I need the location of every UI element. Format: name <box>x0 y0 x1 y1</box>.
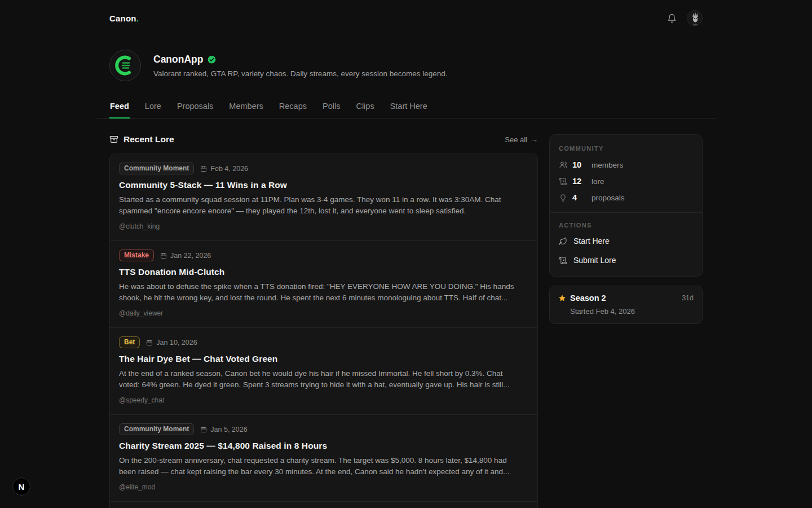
lore-card[interactable]: Community Moment Feb 4, 2026 Community 5… <box>110 154 537 240</box>
star-icon <box>558 294 566 302</box>
tab-members[interactable]: Members <box>228 96 263 118</box>
archive-icon <box>109 135 118 144</box>
lore-date: Jan 5, 2026 <box>210 426 247 433</box>
lore-date: Feb 4, 2026 <box>210 165 248 173</box>
tab-start-here[interactable]: Start Here <box>390 96 428 118</box>
section-title: Recent Lore <box>123 134 174 144</box>
members-label: members <box>592 161 623 169</box>
tab-polls[interactable]: Polls <box>322 96 341 118</box>
community-name: CanonApp <box>153 54 203 65</box>
lore-card[interactable]: Mistake Dec 21, 2025 <box>110 501 537 508</box>
tab-recaps[interactable]: Recaps <box>279 96 307 118</box>
tab-bar: Feed Lore Proposals Members Recaps Polls… <box>96 96 716 119</box>
lore-title: The Hair Dye Bet — Chat Voted Green <box>119 354 528 364</box>
stat-members: 10 members <box>559 160 693 169</box>
sidebar: COMMUNITY 10 members 12 lore <box>549 134 703 324</box>
lore-badge: Mistake <box>119 249 154 261</box>
stat-proposals: 4 proposals <box>559 193 693 202</box>
community-avatar <box>109 50 141 81</box>
see-all-label: See all <box>505 135 527 144</box>
panel-divider <box>550 212 702 213</box>
main-content: Recent Lore See all → Community Moment F… <box>96 134 716 508</box>
notifications-button[interactable] <box>667 14 677 23</box>
arrow-right-icon: → <box>531 135 538 144</box>
lore-card[interactable]: Mistake Jan 22, 2026 TTS Donation Mid-Cl… <box>110 240 537 327</box>
action-start-here[interactable]: Start Here <box>559 237 693 246</box>
lore-icon <box>559 177 568 186</box>
calendar-icon <box>146 339 153 346</box>
top-bar: Canon. <box>96 0 716 36</box>
season-subtitle: Started Feb 4, 2026 <box>570 307 694 316</box>
brand-text: Canon <box>109 14 136 23</box>
action-submit-lore-label: Submit Lore <box>573 256 616 265</box>
lore-author: @elite_mod <box>119 483 528 491</box>
proposals-icon <box>559 194 568 202</box>
lore-date: Jan 10, 2026 <box>156 339 197 347</box>
lore-badge: Community Moment <box>119 163 194 174</box>
lore-date: Jan 22, 2026 <box>170 252 211 260</box>
tab-feed[interactable]: Feed <box>109 96 130 118</box>
section-header: Recent Lore See all → <box>109 134 538 144</box>
bell-icon <box>667 14 677 23</box>
action-submit-lore[interactable]: Submit Lore <box>559 256 693 265</box>
tab-proposals[interactable]: Proposals <box>176 96 214 118</box>
calendar-icon <box>160 252 167 259</box>
lore-body: Started as a community squad session at … <box>119 194 525 216</box>
community-description: Valorant ranked, GTA RP, variety chaos. … <box>153 69 448 78</box>
brand-logo[interactable]: Canon. <box>109 14 139 23</box>
members-count: 10 <box>572 160 592 169</box>
lore-card[interactable]: Community Moment Jan 5, 2026 Charity Str… <box>110 414 537 501</box>
user-avatar[interactable] <box>687 10 703 26</box>
lore-card[interactable]: Bet Jan 10, 2026 The Hair Dye Bet — Chat… <box>110 327 537 414</box>
lore-author: @speedy_chat <box>119 396 528 404</box>
lore-body: On the 200-stream anniversary, chat requ… <box>119 455 525 477</box>
user-avatar-image <box>687 11 702 26</box>
page-container: Canon. <box>96 0 716 508</box>
lore-badge: Bet <box>119 336 140 348</box>
dev-tools-badge[interactable]: N <box>12 478 30 496</box>
calendar-icon <box>200 165 207 172</box>
lore-badge: Community Moment <box>119 423 194 435</box>
lore-title: Community 5-Stack — 11 Wins in a Row <box>119 180 528 190</box>
lore-body: He was about to defuse the spike when a … <box>119 281 525 303</box>
season-title: Season 2 <box>570 294 606 303</box>
lore-title: Charity Stream 2025 — $14,800 Raised in … <box>119 441 528 451</box>
community-profile-header: CanonApp Valorant ranked, GTA RP, variet… <box>96 50 716 81</box>
feed-column: Recent Lore See all → Community Moment F… <box>109 134 538 508</box>
action-start-here-label: Start Here <box>573 237 610 246</box>
verified-badge-icon <box>208 55 216 64</box>
leaf-icon <box>559 237 568 246</box>
proposals-count: 4 <box>572 193 592 202</box>
lore-author: @daily_viewer <box>119 309 528 317</box>
stat-lore: 12 lore <box>559 177 693 186</box>
proposals-label: proposals <box>592 194 625 202</box>
calendar-icon <box>200 426 207 433</box>
lore-author: @clutch_king <box>119 222 528 230</box>
lore-body: At the end of a ranked season, Canon bet… <box>119 368 525 390</box>
lore-card-list: Community Moment Feb 4, 2026 Community 5… <box>109 154 538 508</box>
scroll-icon <box>559 256 568 265</box>
actions-panel-title: ACTIONS <box>559 222 693 229</box>
lore-count: 12 <box>572 177 592 186</box>
profile-text: CanonApp Valorant ranked, GTA RP, variet… <box>153 54 448 78</box>
lore-title: TTS Donation Mid-Clutch <box>119 267 528 277</box>
see-all-link[interactable]: See all → <box>505 135 538 144</box>
lore-label: lore <box>592 177 604 186</box>
tab-lore[interactable]: Lore <box>144 96 162 118</box>
brand-dot: . <box>136 14 139 23</box>
season-countdown: 31d <box>682 294 694 302</box>
canon-logo-icon <box>113 53 138 78</box>
members-icon <box>559 160 568 169</box>
tab-clips[interactable]: Clips <box>355 96 374 118</box>
community-panel-title: COMMUNITY <box>559 145 693 152</box>
topbar-right <box>667 10 703 26</box>
season-panel[interactable]: Season 2 31d Started Feb 4, 2026 <box>549 286 703 324</box>
community-panel: COMMUNITY 10 members 12 lore <box>549 134 703 277</box>
